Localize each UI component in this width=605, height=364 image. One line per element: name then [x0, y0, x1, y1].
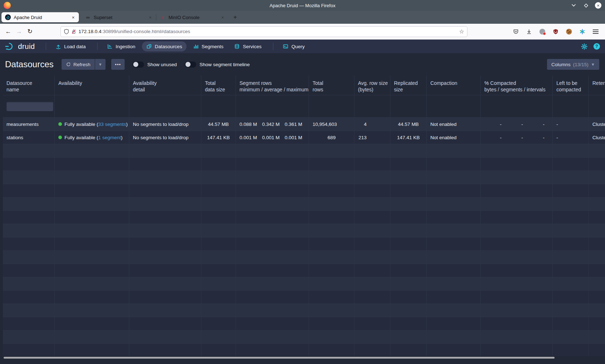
- col-header-total-rows[interactable]: Totalrows: [309, 76, 354, 95]
- empty-table-row: [3, 237, 605, 251]
- firefox-window: Apache Druid — Mozilla Firefox × Apache …: [0, 0, 605, 364]
- cell-datasource-name[interactable]: measurements: [3, 118, 55, 131]
- col-header-availability[interactable]: Availability: [55, 76, 129, 95]
- insecure-lock-icon[interactable]: [71, 29, 76, 35]
- show-segment-timeline-toggle[interactable]: [185, 62, 196, 68]
- settings-gear-icon[interactable]: [581, 43, 588, 50]
- cell-total-rows: 10,954,603: [309, 118, 354, 131]
- services-icon: [234, 44, 240, 49]
- url-bar[interactable]: 172.18.0.4:30899/unified-console.html#da…: [60, 26, 467, 37]
- empty-table-row: [3, 158, 605, 171]
- empty-table-row: [3, 144, 605, 158]
- tab-label: Apache Druid: [14, 15, 68, 20]
- ingestion-icon: [107, 44, 113, 49]
- tab-superset[interactable]: ∞ Superset ×: [81, 12, 156, 22]
- minimize-icon[interactable]: [570, 2, 577, 9]
- privacy-extension-icon[interactable]: [539, 28, 546, 35]
- cell-pct-compacted: ---: [481, 131, 553, 144]
- segments-link[interactable]: 33 segments: [98, 122, 126, 127]
- cookie-extension-icon[interactable]: [565, 28, 573, 35]
- refresh-button[interactable]: Refresh: [62, 59, 95, 70]
- cell-datasource-name[interactable]: stations: [3, 131, 55, 144]
- cell-compaction: Not enabled: [427, 118, 481, 131]
- tab-minio-console[interactable]: MinIO Console ×: [156, 12, 228, 22]
- url-text[interactable]: 172.18.0.4:30899/unified-console.html#da…: [79, 29, 457, 34]
- druid-navbar: druid Load data Ingestion Datasources Se…: [0, 40, 605, 53]
- superset-favicon: ∞: [85, 14, 91, 20]
- col-header-left-to-be-compacted[interactable]: Left to becompacted: [553, 76, 589, 95]
- load-data-icon: [55, 44, 61, 49]
- cell-left-to-be-compacted: -: [553, 118, 589, 131]
- nav-segments[interactable]: Segments: [189, 41, 228, 51]
- nav-ingestion[interactable]: Ingestion: [103, 41, 140, 51]
- col-header-replicated-size[interactable]: Replicatedsize: [390, 76, 427, 95]
- col-header-availability-detail[interactable]: Availabilitydetail: [129, 76, 201, 95]
- help-icon[interactable]: ?: [593, 43, 600, 50]
- cell-pct-compacted: ---: [481, 118, 553, 131]
- more-actions-button[interactable]: •••: [111, 59, 125, 70]
- col-header-retention[interactable]: Retention: [589, 76, 605, 95]
- tab-close-icon[interactable]: ×: [148, 15, 152, 20]
- caret-down-icon: ▼: [98, 62, 102, 67]
- empty-table-row: [3, 264, 605, 277]
- minio-favicon: [160, 14, 166, 20]
- nav-label: Datasources: [155, 44, 182, 49]
- druid-logo[interactable]: druid: [5, 42, 35, 51]
- brand-name: druid: [18, 42, 35, 51]
- columns-button[interactable]: Columns (13/15) ▼: [547, 59, 599, 70]
- table-header-row: Datasourcename Availability Availability…: [3, 76, 605, 95]
- col-header-compaction[interactable]: Compaction: [427, 76, 481, 95]
- cell-replicated-size: 44.57 MB: [390, 118, 427, 131]
- menu-icon[interactable]: [592, 28, 599, 35]
- colorful-extension-icon[interactable]: [579, 28, 586, 35]
- druid-logo-icon: [5, 42, 16, 50]
- window-title: Apache Druid — Mozilla Firefox: [0, 3, 605, 8]
- col-header-datasource-name[interactable]: Datasourcename: [3, 76, 55, 95]
- bookmark-star-icon[interactable]: ☆: [459, 28, 464, 35]
- nav-services[interactable]: Services: [230, 41, 266, 51]
- status-green-dot: [58, 122, 62, 126]
- table-row[interactable]: measurements Fully available (33 segment…: [3, 118, 605, 131]
- show-unused-toggle[interactable]: [133, 62, 144, 68]
- downloads-icon[interactable]: [525, 28, 533, 35]
- datasources-table: Datasourcename Availability Availability…: [3, 76, 605, 356]
- empty-table-row: [3, 277, 605, 291]
- cell-left-to-be-compacted: -: [553, 131, 589, 144]
- nav-load-data[interactable]: Load data: [51, 41, 90, 51]
- tab-label: MinIO Console: [169, 15, 218, 20]
- cell-segment-rows: 0.001 M0.001 M0.001 M: [236, 131, 309, 144]
- col-header-pct-compacted[interactable]: % Compactedbytes / segments / intervals: [481, 76, 553, 95]
- ublock-origin-icon[interactable]: [552, 28, 559, 35]
- refresh-dropdown-button[interactable]: ▼: [95, 59, 106, 70]
- cell-avg-row-size: 4: [354, 118, 390, 131]
- pocket-icon[interactable]: [512, 28, 519, 35]
- cell-compaction: Not enabled: [427, 131, 481, 144]
- col-header-total-data-size[interactable]: Totaldata size: [201, 76, 236, 95]
- datasource-name-filter-input[interactable]: [6, 102, 53, 111]
- status-green-dot: [58, 136, 62, 139]
- nav-label: Services: [243, 44, 261, 49]
- table-row[interactable]: stations Fully available (1 segment) No …: [3, 131, 605, 144]
- tab-apache-druid[interactable]: Apache Druid ×: [1, 12, 79, 22]
- firefox-icon: [4, 2, 11, 9]
- empty-table-row: [3, 184, 605, 197]
- new-tab-button[interactable]: +: [230, 13, 240, 22]
- back-icon[interactable]: ←: [3, 26, 14, 37]
- empty-table-row: [3, 224, 605, 237]
- col-header-segment-rows[interactable]: Segment rowsminimum / average / maximum: [236, 76, 309, 95]
- shield-icon[interactable]: [64, 29, 69, 35]
- col-header-avg-row-size[interactable]: Avg. row size(bytes): [354, 76, 390, 95]
- tab-close-icon[interactable]: ×: [220, 15, 225, 20]
- empty-table-row: [3, 211, 605, 224]
- tab-close-icon[interactable]: ×: [71, 15, 75, 20]
- nav-query[interactable]: Query: [278, 41, 309, 51]
- nav-label: Segments: [202, 44, 224, 49]
- close-icon[interactable]: ×: [595, 2, 601, 9]
- forward-icon[interactable]: →: [14, 26, 24, 37]
- nav-datasources[interactable]: Datasources: [142, 41, 187, 51]
- maximize-icon[interactable]: [583, 2, 589, 9]
- segments-link[interactable]: 1 segment: [98, 135, 121, 140]
- horizontal-scrollbar[interactable]: [4, 357, 555, 359]
- columns-count: (13/15): [573, 62, 588, 67]
- reload-icon[interactable]: ↻: [24, 26, 35, 37]
